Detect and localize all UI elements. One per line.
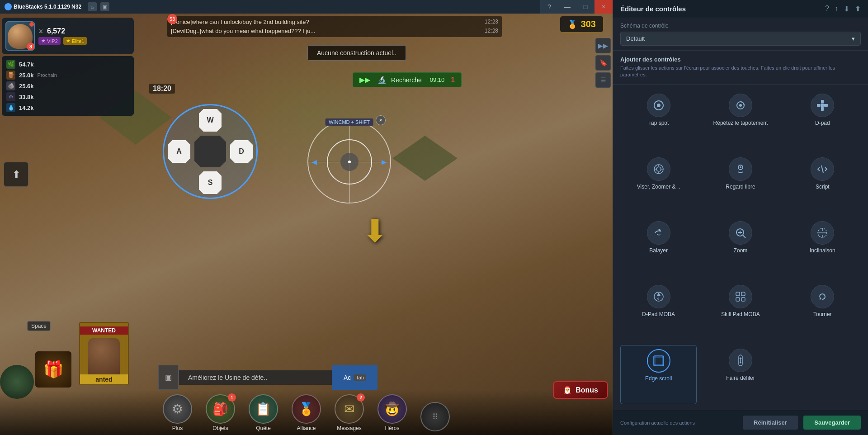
research-bar[interactable]: ▶▶ 🔬 Recherche 09:10 1 <box>353 72 462 87</box>
nav-item-heroes[interactable]: 🤠 Héros <box>371 394 414 431</box>
save-button[interactable]: Sauvegarder <box>803 416 861 430</box>
dpad-up-key[interactable]: W <box>199 109 222 132</box>
dpad-icon <box>811 94 834 117</box>
improve-button[interactable]: Ac Tab <box>332 365 377 390</box>
bonus-button[interactable]: 🎅 Bonus <box>553 381 608 399</box>
add-controls-section: Ajouter des contrôles Faites glisser les… <box>613 51 868 85</box>
plus-icon-circle: ⚙ <box>163 394 192 424</box>
iron-icon: ⚙ <box>6 92 15 101</box>
reset-button[interactable]: Réinitialiser <box>743 416 798 430</box>
nav-item-alliance[interactable]: 🏅 Alliance <box>285 394 328 431</box>
bs-android-icon[interactable]: ▣ <box>100 2 109 11</box>
chat-message-2: [DevilDog..]what do you mean what happen… <box>171 27 498 36</box>
quest-label: Quête <box>256 425 271 431</box>
gear-icon: ⚙ <box>172 402 183 416</box>
rnav-menu-btn[interactable]: ☰ <box>595 72 611 88</box>
ctrl-dpad[interactable]: D-pad <box>784 90 861 148</box>
bs-close-btn[interactable]: × <box>594 0 613 14</box>
bs-maximize-btn[interactable]: □ <box>576 0 594 14</box>
action-icon-arrow[interactable]: ⬆ <box>4 162 28 187</box>
dpad-down-key[interactable]: S <box>199 171 222 194</box>
editor-export-icon[interactable]: ⬆ <box>855 5 861 13</box>
plus-label: Plus <box>172 425 183 431</box>
ctrl-tap-spot[interactable]: Tap spot <box>620 90 697 148</box>
schema-label: Schéma de contrôle <box>620 23 861 29</box>
add-controls-title: Ajouter des contrôles <box>620 56 861 63</box>
ctrl-edge-scroll[interactable]: Edge scroll <box>620 345 697 404</box>
nav-item-objects[interactable]: 🎒 1 Objets <box>199 394 242 431</box>
editor-import-icon[interactable]: ⬇ <box>844 5 849 13</box>
bonus-char-icon: 🎅 <box>563 386 572 394</box>
svg-marker-39 <box>739 357 742 359</box>
player-avatar[interactable]: 8 <box>5 21 35 51</box>
heroes-label: Héros <box>385 425 399 431</box>
repeat-tap-icon <box>729 94 752 117</box>
gold-icon: 🏅 <box>567 19 577 29</box>
editor-schema-row: Schéma de contrôle Default ▾ <box>613 18 868 51</box>
ctrl-tilt[interactable]: Inclinaison <box>784 218 861 276</box>
quest-icon: 📋 <box>255 402 271 416</box>
nav-item-more[interactable]: ⠿ <box>414 402 457 431</box>
rnav-forward-btn[interactable]: ▶▶ <box>595 38 611 53</box>
scroll-icon <box>729 349 752 372</box>
bs-logo: BlueStacks 5.1.0.1129 N32 <box>0 3 86 10</box>
aim-arrow-right: ▶ <box>382 158 387 165</box>
bs-minimize-btn[interactable]: — <box>558 0 576 14</box>
ctrl-script[interactable]: Script <box>784 154 861 212</box>
stone-value: 25.6k <box>19 83 34 90</box>
nav-item-messages[interactable]: ✉ 2 Messages <box>328 394 371 431</box>
footer-buttons: Réinitialiser Sauvegarder <box>743 416 861 430</box>
research-icon: 🔬 <box>377 76 387 84</box>
ctrl-free-look[interactable]: Regard libre <box>702 154 778 212</box>
ctrl-aim-zoom[interactable]: Viser, Zoomer & .. <box>620 154 697 212</box>
silver-icon: 💧 <box>6 103 15 112</box>
ctrl-scroll[interactable]: Faire défiler <box>702 345 778 404</box>
schema-value: Default <box>626 35 645 42</box>
editor-share-icon[interactable]: ↑ <box>835 5 838 13</box>
svg-rect-27 <box>736 292 740 296</box>
level-badge: 8 <box>27 43 35 51</box>
ctrl-zoom[interactable]: Zoom <box>702 218 778 276</box>
heroes-icon-circle: 🤠 <box>377 394 407 424</box>
ctrl-rotate[interactable]: Tourner <box>784 281 861 340</box>
dpad-left-key[interactable]: A <box>168 140 190 163</box>
free-look-label: Regard libre <box>726 184 755 191</box>
aim-zoom-label: Viser, Zoomer & .. <box>637 184 680 191</box>
free-look-icon <box>729 157 752 181</box>
bs-home-icon[interactable]: ⌂ <box>88 2 97 11</box>
tab-key-badge: Tab <box>354 374 366 381</box>
aim-inner-ring <box>327 139 372 184</box>
aim-center <box>340 153 359 171</box>
improve-icon: ▣ <box>158 365 179 390</box>
treasure-chest[interactable]: 🎁 <box>35 351 71 388</box>
nav-item-quest[interactable]: 📋 Quête <box>242 394 285 431</box>
aim-overlay[interactable]: ◀ ▶ × WINCMD + SHIFT <box>307 120 391 203</box>
dpad-circle: W S A D <box>163 104 258 199</box>
ctrl-skill-pad[interactable]: Skill Pad MOBA <box>702 281 778 340</box>
svg-rect-35 <box>654 356 664 358</box>
timer-display: 18:20 <box>149 84 175 94</box>
bs-help-btn[interactable]: ? <box>540 0 558 14</box>
quest-icon-circle: 📋 <box>249 394 278 424</box>
schema-dropdown[interactable]: Default ▾ <box>620 32 861 46</box>
dpad-right-key[interactable]: D <box>230 140 253 163</box>
ctrl-repeat-tap[interactable]: Répétez le tapotement <box>702 90 778 148</box>
tilt-label: Inclinaison <box>810 247 835 255</box>
food-icon: 🌿 <box>6 60 15 69</box>
svg-point-3 <box>739 104 742 107</box>
ctrl-dpad-moba[interactable]: 6 D-Pad MOBA <box>620 281 697 340</box>
ctrl-swipe[interactable]: Balayer <box>620 218 697 276</box>
wanted-card[interactable]: WANTED anted <box>79 322 129 385</box>
zoom-label: Zoom <box>734 247 748 255</box>
space-key-label: Space <box>27 321 51 331</box>
alliance-icon: 🏅 <box>298 402 314 416</box>
bluestacks-topbar: BlueStacks 5.1.0.1129 N32 ⌂ ▣ ? — □ × <box>0 0 613 14</box>
aim-arrow-left: ◀ <box>312 158 317 165</box>
dpad-moba-label: D-Pad MOBA <box>642 311 675 318</box>
editor-help-icon[interactable]: ? <box>825 5 829 13</box>
rnav-bookmark-btn[interactable]: 🔖 <box>595 55 611 71</box>
svg-text:6: 6 <box>657 297 659 300</box>
dpad-overlay[interactable]: W S A D <box>163 104 262 203</box>
nav-item-plus[interactable]: ⚙ Plus <box>156 394 199 431</box>
aim-close-btn[interactable]: × <box>376 115 386 125</box>
